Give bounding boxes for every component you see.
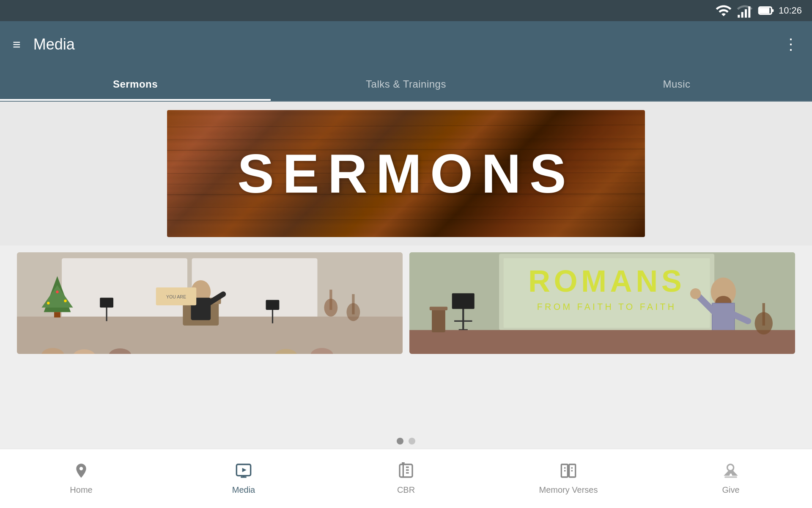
svg-text:YOU ARE: YOU ARE — [166, 294, 186, 299]
give-icon — [722, 462, 739, 482]
svg-rect-67 — [430, 306, 447, 310]
nav-item-memory-verses[interactable]: Memory Verses — [487, 462, 650, 495]
battery-icon — [757, 2, 774, 19]
nav-item-home[interactable]: Home — [0, 462, 162, 495]
app-bar: ≡ Media ⋮ — [0, 21, 812, 68]
svg-marker-71 — [242, 468, 247, 472]
tab-bar: Sermons Talks & Trainings Music — [0, 68, 812, 102]
svg-rect-26 — [54, 312, 60, 318]
app-title: Media — [33, 36, 75, 53]
main-content: SERMONS — [0, 102, 812, 361]
svg-rect-5 — [760, 8, 769, 13]
hero-image[interactable]: SERMONS — [167, 110, 645, 237]
svg-text:FROM FAITH TO FAITH: FROM FAITH TO FAITH — [537, 302, 677, 312]
nav-item-give[interactable]: Give — [650, 462, 812, 495]
signal-icon — [736, 2, 753, 19]
svg-point-63 — [690, 288, 701, 299]
video-grid: YOU ARE ROMANS FROM FAITH TO FAITH — [0, 246, 812, 361]
svg-rect-69 — [763, 303, 765, 326]
media-icon — [235, 462, 252, 482]
status-bar: 10:26 — [0, 0, 812, 21]
svg-rect-66 — [432, 308, 445, 332]
svg-rect-28 — [100, 298, 113, 307]
svg-point-23 — [47, 302, 49, 304]
svg-rect-0 — [738, 15, 740, 18]
nav-item-media[interactable]: Media — [162, 462, 325, 495]
nav-label-memory-verses: Memory Verses — [539, 485, 598, 495]
app-bar-left: ≡ Media — [13, 36, 75, 53]
video-card-church[interactable]: YOU ARE — [17, 252, 403, 354]
nav-label-home: Home — [70, 485, 92, 495]
svg-rect-36 — [266, 300, 280, 310]
svg-rect-1 — [741, 12, 743, 17]
tab-sermons[interactable]: Sermons — [0, 68, 271, 101]
svg-rect-60 — [712, 303, 735, 332]
more-options-icon[interactable]: ⋮ — [783, 36, 799, 53]
hamburger-icon[interactable]: ≡ — [13, 37, 21, 52]
svg-rect-6 — [771, 9, 774, 12]
nav-item-cbr[interactable]: CBR — [325, 462, 487, 495]
memory-verses-icon — [560, 462, 577, 482]
svg-rect-38 — [329, 290, 332, 310]
wifi-icon — [715, 2, 732, 19]
tab-music[interactable]: Music — [541, 68, 812, 101]
hero-title: SERMONS — [167, 110, 645, 237]
cbr-icon — [398, 462, 414, 482]
status-time: 10:26 — [779, 5, 802, 16]
bottom-nav: Home Media CBR — [0, 449, 812, 508]
nav-label-media: Media — [232, 485, 255, 495]
video-card-romans[interactable]: ROMANS FROM FAITH TO FAITH — [409, 252, 795, 354]
svg-text:ROMANS: ROMANS — [528, 264, 685, 298]
status-icons: 10:26 — [715, 2, 802, 19]
scroll-dot-2 — [409, 438, 415, 444]
svg-rect-2 — [745, 9, 747, 18]
hero-banner: SERMONS — [0, 102, 812, 246]
scroll-dots — [397, 438, 415, 444]
svg-rect-57 — [452, 293, 475, 309]
svg-point-24 — [56, 290, 58, 293]
svg-rect-3 — [748, 6, 750, 18]
svg-point-25 — [64, 300, 66, 302]
scroll-dot-1 — [397, 438, 403, 444]
nav-label-give: Give — [722, 485, 739, 495]
nav-label-cbr: CBR — [397, 485, 415, 495]
tab-talks-trainings[interactable]: Talks & Trainings — [271, 68, 541, 101]
church-video-svg: YOU ARE — [17, 252, 403, 354]
home-icon — [73, 462, 90, 482]
romans-video-svg: ROMANS FROM FAITH TO FAITH — [409, 252, 795, 354]
svg-rect-40 — [352, 294, 354, 315]
svg-rect-65 — [409, 330, 795, 354]
